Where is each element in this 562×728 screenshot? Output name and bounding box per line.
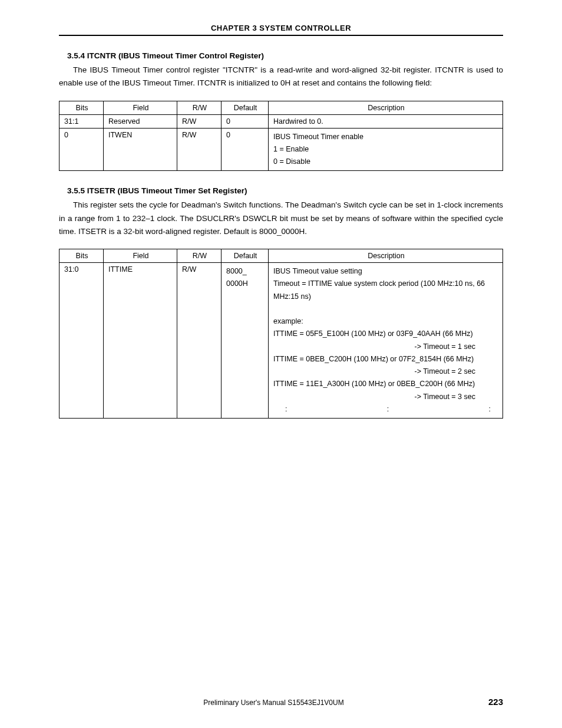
colon-icon: : bbox=[489, 403, 491, 416]
cell-description: IBUS Timeout value setting Timeout = ITT… bbox=[269, 263, 503, 419]
th-rw: R/W bbox=[177, 101, 222, 114]
section-355-paragraph: This register sets the cycle for Deadman… bbox=[59, 199, 503, 238]
cell-description: IBUS Timeout Timer enable 1 = Enable 0 =… bbox=[269, 128, 503, 171]
itcntr-table: Bits Field R/W Default Description 31:1 … bbox=[59, 101, 503, 172]
itsetr-table: Bits Field R/W Default Description 31:0 … bbox=[59, 249, 503, 419]
chapter-header: CHAPTER 3 SYSTEM CONTROLLER bbox=[59, 24, 503, 35]
th-field: Field bbox=[104, 101, 177, 114]
table-row: 31:0 ITTIME R/W 8000_ 0000H IBUS Timeout… bbox=[59, 263, 503, 419]
table-row: 31:1 Reserved R/W 0 Hardwired to 0. bbox=[59, 114, 503, 128]
th-bits: Bits bbox=[59, 101, 104, 114]
cell-default: 0 bbox=[222, 114, 269, 128]
section-354-paragraph: The IBUS Timeout Timer control register … bbox=[59, 64, 503, 90]
th-rw: R/W bbox=[177, 249, 222, 263]
th-description: Description bbox=[269, 249, 503, 263]
desc-line: Timeout = ITTIME value system clock peri… bbox=[273, 278, 499, 303]
desc-line: -> Timeout = 2 sec bbox=[273, 365, 499, 378]
default-line: 8000_ bbox=[226, 265, 265, 278]
th-bits: Bits bbox=[59, 249, 104, 263]
footer-doc-id: Preliminary User's Manual S15543EJ1V0UM bbox=[59, 699, 488, 707]
section-heading-354: 3.5.4 ITCNTR (IBUS Timeout Timer Control… bbox=[67, 51, 495, 60]
th-default: Default bbox=[222, 249, 269, 263]
header-rule bbox=[59, 35, 503, 36]
desc-line: 0 = Disable bbox=[273, 156, 499, 168]
desc-line: -> Timeout = 1 sec bbox=[273, 341, 499, 353]
desc-line: example: bbox=[273, 315, 499, 328]
th-description: Description bbox=[269, 101, 503, 114]
desc-line bbox=[273, 303, 499, 315]
cell-description: Hardwired to 0. bbox=[269, 114, 503, 128]
cell-field: Reserved bbox=[104, 114, 177, 128]
cell-bits: 31:0 bbox=[59, 263, 104, 419]
table-header-row: Bits Field R/W Default Description bbox=[59, 101, 503, 114]
desc-ellipsis: : : : bbox=[273, 403, 499, 416]
page-footer: Preliminary User's Manual S15543EJ1V0UM … bbox=[59, 697, 503, 707]
desc-line: ITTIME = 11E1_A300H (100 MHz) or 0BEB_C2… bbox=[273, 378, 499, 390]
cell-field: ITWEN bbox=[104, 128, 177, 171]
th-default: Default bbox=[222, 101, 269, 114]
cell-rw: R/W bbox=[177, 263, 222, 419]
cell-default: 0 bbox=[222, 128, 269, 171]
cell-rw: R/W bbox=[177, 114, 222, 128]
desc-line: 1 = Enable bbox=[273, 143, 499, 156]
desc-line: IBUS Timeout Timer enable bbox=[273, 131, 499, 143]
cell-bits: 31:1 bbox=[59, 114, 104, 128]
table-header-row: Bits Field R/W Default Description bbox=[59, 249, 503, 263]
th-field: Field bbox=[104, 249, 177, 263]
colon-icon: : bbox=[387, 403, 389, 416]
cell-field: ITTIME bbox=[104, 263, 177, 419]
section-heading-355: 3.5.5 ITSETR (IBUS Timeout Timer Set Reg… bbox=[67, 186, 495, 195]
cell-bits: 0 bbox=[59, 128, 104, 171]
desc-line: IBUS Timeout value setting bbox=[273, 265, 499, 278]
table-row: 0 ITWEN R/W 0 IBUS Timeout Timer enable … bbox=[59, 128, 503, 171]
default-line: 0000H bbox=[226, 278, 265, 290]
desc-line: ITTIME = 05F5_E100H (100 MHz) or 03F9_40… bbox=[273, 328, 499, 340]
cell-default: 8000_ 0000H bbox=[222, 263, 269, 419]
desc-line: ITTIME = 0BEB_C200H (100 MHz) or 07F2_81… bbox=[273, 353, 499, 365]
footer-page-number: 223 bbox=[488, 697, 503, 707]
cell-rw: R/W bbox=[177, 128, 222, 171]
desc-line: -> Timeout = 3 sec bbox=[273, 391, 499, 403]
colon-icon: : bbox=[285, 403, 287, 416]
